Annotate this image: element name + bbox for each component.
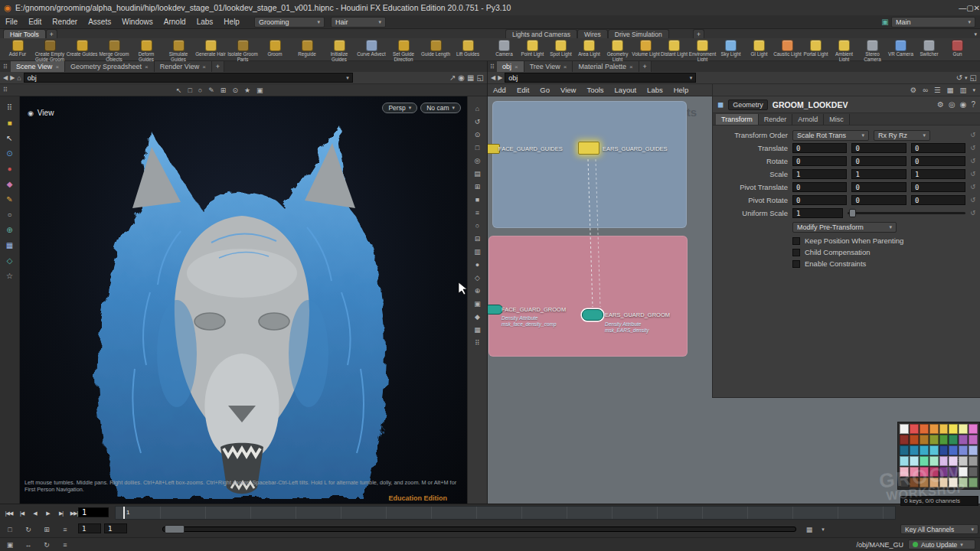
status-icon[interactable]: ▣ (3, 539, 17, 550)
viewport-display-icon[interactable]: ● (471, 259, 485, 270)
scale-z-field[interactable]: 1 (911, 169, 965, 179)
color-swatch[interactable] (910, 456, 919, 466)
transport-button[interactable]: ◀ (29, 507, 41, 519)
color-swatch[interactable] (939, 467, 949, 477)
pane-tool-icon[interactable]: ☰ (934, 86, 941, 94)
modify-pre-transform-dropdown[interactable]: Modify Pre-Transform▾ (792, 222, 897, 233)
viewport-display-icon[interactable]: ⠿ (471, 337, 485, 348)
network-menu-item[interactable]: Help (668, 86, 694, 94)
translate-x-field[interactable]: 0 (792, 143, 847, 153)
pane-grip-icon[interactable]: ⠿ (3, 86, 8, 93)
color-swatch[interactable] (939, 445, 949, 455)
network-menu-item[interactable]: Labs (642, 86, 668, 94)
color-swatch[interactable] (929, 478, 939, 487)
viewport-display-icon[interactable]: ⌂ (471, 103, 485, 114)
viewport-display-icon[interactable]: ↺ (471, 116, 485, 127)
shelf-overflow-icon[interactable]: ▾ (974, 31, 977, 37)
pivot-rotate-y-field[interactable]: 0 (851, 195, 906, 205)
scale-x-field[interactable]: 1 (792, 169, 847, 179)
shelf-tool-button[interactable]: Distant Light (660, 38, 688, 63)
viewport-display-icon[interactable]: □ (471, 142, 485, 153)
viewport-display-icon[interactable]: ≡ (471, 207, 485, 218)
tool-icon[interactable]: ⠿ (2, 99, 18, 115)
keyframe-icon[interactable]: ⊞ (40, 523, 54, 535)
chevron-down-icon[interactable]: ▾ (972, 87, 975, 93)
tab-geometry-spreadsheet[interactable]: Geometry Spreadsheet× (65, 61, 155, 72)
node-face-guard-groom[interactable] (488, 305, 503, 315)
color-swatch[interactable] (949, 445, 958, 455)
chevron-down-icon[interactable]: ▾ (816, 523, 830, 535)
color-swatch[interactable] (959, 467, 968, 477)
viewport-display-icon[interactable]: ◎ (471, 155, 485, 166)
revert-icon[interactable]: ↺ (970, 158, 975, 165)
tool-icon[interactable]: ↖ (2, 130, 18, 145)
add-pane-tab-button[interactable]: + (639, 61, 652, 72)
tool-icon[interactable]: ☆ (2, 268, 18, 283)
pane-menu-icon[interactable]: ⠿ (488, 64, 497, 70)
tool-icon[interactable]: ■ (2, 115, 18, 130)
chevron-down-icon[interactable]: ▾ (965, 75, 968, 81)
tool-icon[interactable]: ▦ (2, 237, 18, 253)
viewport-display-icon[interactable]: ⊟ (471, 233, 485, 244)
translate-z-field[interactable]: 0 (911, 143, 965, 153)
gear-icon[interactable]: ⚙ (937, 100, 944, 109)
keyframe-icon[interactable]: □ (3, 523, 17, 535)
color-swatch[interactable] (939, 424, 949, 434)
network-menu-item[interactable]: Tools (581, 86, 609, 94)
status-icon[interactable]: ≡ (58, 539, 72, 550)
color-swatch[interactable] (900, 445, 909, 455)
color-swatch[interactable] (959, 435, 968, 445)
shelf-tool-button[interactable]: GI Light (745, 38, 773, 63)
shelf-tool-button[interactable]: Create Guides (66, 38, 98, 63)
home-icon[interactable]: ⌂ (17, 74, 21, 82)
shelf-tool-button[interactable]: Caustic Light (773, 38, 802, 63)
color-swatch[interactable] (900, 424, 909, 434)
back-icon[interactable]: ◀ (3, 74, 8, 81)
color-swatch[interactable] (910, 435, 919, 445)
camera-selector[interactable]: No cam▾ (420, 103, 461, 113)
color-swatch[interactable] (969, 478, 978, 487)
close-icon[interactable]: × (145, 64, 149, 70)
shelf-tool-button[interactable]: Spot Light (547, 38, 575, 63)
shelf-tool-button[interactable]: Guide Length (420, 38, 452, 63)
rotate-order-dropdown[interactable]: Rx Ry Rz▾ (874, 130, 930, 141)
param-checkbox-row[interactable]: Enable Constraints (792, 258, 980, 269)
pivot-translate-z-field[interactable]: 0 (911, 182, 965, 192)
shelf-tool-button[interactable]: Reguide (291, 38, 323, 63)
color-swatch[interactable] (949, 478, 958, 487)
jump-icon[interactable]: ↗ (449, 73, 456, 82)
shelf-tool-button[interactable]: Camera (490, 38, 518, 63)
menu-item[interactable]: Help (218, 16, 245, 28)
color-swatch[interactable] (929, 445, 939, 455)
tool-icon[interactable]: ⊕ (2, 222, 18, 237)
network-menu-item[interactable]: Edit (511, 86, 534, 94)
close-icon[interactable]: × (629, 64, 633, 70)
tab-misc[interactable]: Misc (824, 114, 850, 125)
target-icon[interactable]: ◉ (960, 100, 967, 109)
color-swatch[interactable] (959, 445, 968, 455)
menu-item[interactable]: Windows (116, 16, 158, 28)
shelf-tab[interactable]: Drive Simulation (608, 29, 669, 38)
viewport-display-icon[interactable]: ■ (471, 194, 485, 205)
color-swatch[interactable] (900, 435, 909, 445)
pane-split-icon[interactable]: ◱ (970, 73, 977, 82)
viewport-display-icon[interactable]: ◇ (471, 272, 485, 283)
color-swatch[interactable] (929, 424, 939, 434)
shelf-tool-button[interactable]: Generate Hair (194, 38, 227, 63)
rotate-x-field[interactable]: 0 (792, 156, 847, 166)
minimize-button[interactable]: — (959, 4, 966, 12)
maximize-button[interactable]: ▢ (966, 4, 973, 12)
tab-tree-view[interactable]: Tree View× (524, 61, 573, 72)
shelf-tool-button[interactable]: Merge Groom Objects (98, 38, 130, 63)
shelf-tool-button[interactable]: Deform Guides (130, 38, 162, 63)
current-frame-field[interactable]: 1 (78, 507, 109, 517)
pivot-translate-x-field[interactable]: 0 (792, 182, 847, 192)
viewport-mode-icon[interactable]: □ (188, 86, 191, 94)
tab-network-obj[interactable]: obj× (497, 61, 524, 72)
pivot-translate-y-field[interactable]: 0 (851, 182, 906, 192)
pane-split-icon[interactable]: ◱ (477, 73, 484, 82)
range-start-field[interactable]: 1 (78, 523, 101, 533)
param-checkbox-row[interactable]: Child Compensation (792, 246, 980, 258)
tab-scene-view[interactable]: Scene View× (11, 61, 65, 72)
status-icon[interactable]: ↔ (21, 539, 35, 550)
